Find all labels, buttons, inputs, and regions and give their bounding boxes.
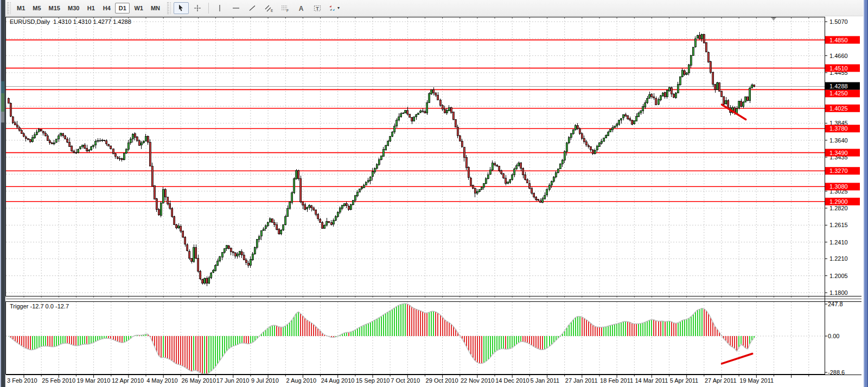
svg-text:1.2410: 1.2410 xyxy=(829,239,848,246)
svg-text:1.4250: 1.4250 xyxy=(829,90,848,96)
svg-text:1.4288: 1.4288 xyxy=(829,83,848,89)
svg-text:3 Feb 2010: 3 Feb 2010 xyxy=(7,377,37,384)
svg-text:18 Feb 2011: 18 Feb 2011 xyxy=(600,377,633,384)
svg-text:12 Apr 2010: 12 Apr 2010 xyxy=(112,377,144,384)
svg-text:-288.6: -288.6 xyxy=(828,369,845,376)
svg-text:24 Aug 2010: 24 Aug 2010 xyxy=(321,377,355,384)
svg-text:1.3490: 1.3490 xyxy=(829,150,848,156)
svg-text:25 Feb 2010: 25 Feb 2010 xyxy=(42,377,75,384)
svg-text:1.3270: 1.3270 xyxy=(829,167,848,174)
svg-text:1.3640: 1.3640 xyxy=(829,137,848,144)
svg-text:15 Sep 2010: 15 Sep 2010 xyxy=(356,377,390,384)
symbol-title: EURUSD,Daily 1.4310 1.4310 1.4277 1.4288 xyxy=(10,18,131,25)
svg-text:5 Jan 2011: 5 Jan 2011 xyxy=(531,377,560,384)
svg-text:7 Oct 2010: 7 Oct 2010 xyxy=(391,377,420,384)
svg-text:0.00: 0.00 xyxy=(828,333,839,339)
svg-text:5 Apr 2011: 5 Apr 2011 xyxy=(670,377,698,384)
svg-text:27 Apr 2011: 27 Apr 2011 xyxy=(705,377,737,384)
svg-text:1.2820: 1.2820 xyxy=(829,205,848,211)
svg-text:22 Nov 2010: 22 Nov 2010 xyxy=(461,377,494,384)
svg-text:1.1800: 1.1800 xyxy=(829,289,848,296)
chart-area: 1.50701.46601.44551.38451.36401.34351.30… xyxy=(0,0,868,387)
svg-text:1.4660: 1.4660 xyxy=(829,53,848,59)
svg-text:4 May 2010: 4 May 2010 xyxy=(146,377,177,384)
svg-text:19 Mar 2010: 19 Mar 2010 xyxy=(77,377,111,384)
svg-text:1.3780: 1.3780 xyxy=(829,125,848,132)
chart-canvas[interactable]: 1.50701.46601.44551.38451.36401.34351.30… xyxy=(0,0,868,387)
svg-text:19 May 2011: 19 May 2011 xyxy=(739,377,774,384)
mt4-chart-window: M1M5M15M30H1H4D1W1MN EFAT▾ 1.50701.46601… xyxy=(0,0,868,387)
svg-text:17 Jun 2010: 17 Jun 2010 xyxy=(216,377,250,384)
svg-text:1.4510: 1.4510 xyxy=(829,65,848,72)
svg-text:14 Dec 2010: 14 Dec 2010 xyxy=(495,377,529,384)
window-edge-scroll-strip[interactable] xyxy=(863,0,868,387)
indicator-label: Trigger -12.7 0.0 -12.7 xyxy=(10,303,69,309)
svg-text:1.3080: 1.3080 xyxy=(829,183,848,190)
svg-text:1.4850: 1.4850 xyxy=(829,37,848,43)
svg-text:27 Jan 2011: 27 Jan 2011 xyxy=(565,377,598,384)
svg-text:1.2005: 1.2005 xyxy=(829,273,848,279)
svg-text:1.2615: 1.2615 xyxy=(829,222,848,228)
svg-text:2 Aug 2010: 2 Aug 2010 xyxy=(286,377,316,384)
svg-text:26 May 2010: 26 May 2010 xyxy=(182,377,216,384)
svg-text:1.5070: 1.5070 xyxy=(829,18,848,25)
svg-text:1.4025: 1.4025 xyxy=(829,105,848,112)
svg-text:9 Jul 2010: 9 Jul 2010 xyxy=(251,377,279,384)
svg-text:1.2900: 1.2900 xyxy=(829,198,848,205)
svg-text:1.2210: 1.2210 xyxy=(829,255,848,262)
svg-text:14 Mar 2011: 14 Mar 2011 xyxy=(635,377,668,384)
svg-text:29 Oct 2010: 29 Oct 2010 xyxy=(426,377,458,384)
svg-text:247.8: 247.8 xyxy=(828,301,843,307)
